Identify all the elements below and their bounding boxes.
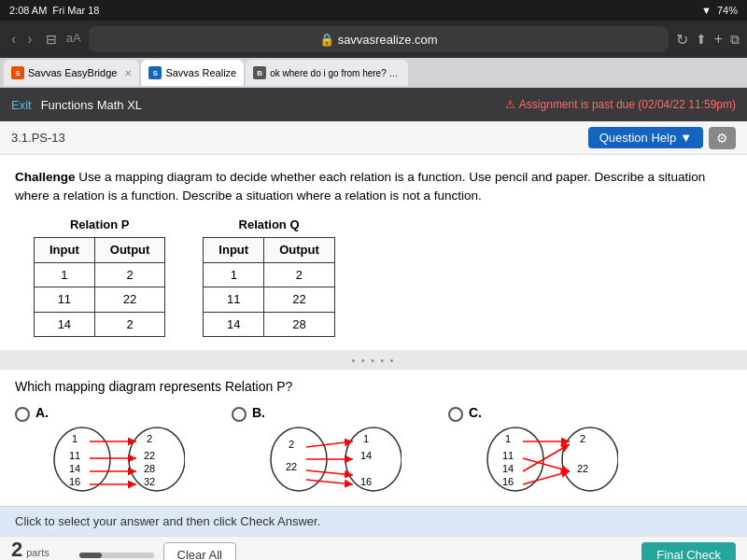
status-text: Click to select your answer and then cli… bbox=[15, 514, 320, 528]
diagram-c-svg: 1 11 14 16 2 22 bbox=[469, 424, 618, 494]
svg-text:14: 14 bbox=[69, 463, 80, 474]
svg-text:2: 2 bbox=[147, 433, 152, 444]
aa-button[interactable]: aA bbox=[66, 31, 81, 48]
tabs-icon[interactable]: ⧉ bbox=[730, 32, 740, 48]
answer-choices: A. 1 11 14 16 2 22 28 32 bbox=[0, 399, 747, 506]
choice-a[interactable]: A. 1 11 14 16 2 22 28 32 bbox=[15, 405, 185, 497]
diagram-b-svg: 2 22 1 14 16 bbox=[252, 424, 402, 494]
status-bar: 2:08 AM Fri Mar 18 ▼ 74% bbox=[0, 0, 747, 21]
svg-text:16: 16 bbox=[69, 476, 80, 487]
battery-display: 74% bbox=[717, 5, 738, 16]
svg-text:14: 14 bbox=[360, 450, 372, 461]
tab-easybridge[interactable]: S Savvas EasyBridge ✕ bbox=[4, 60, 139, 86]
table-row: 1 2 bbox=[204, 262, 334, 287]
cell: 22 bbox=[264, 287, 335, 313]
tab-realize-label: Savvas Realize bbox=[165, 67, 236, 78]
easybridge-favicon: S bbox=[11, 66, 24, 79]
parts-number: 2 bbox=[11, 538, 22, 560]
tab-realize[interactable]: S Savvas Realize bbox=[141, 60, 244, 86]
divider-dots: • • • • • bbox=[352, 356, 396, 366]
table-row: 14 2 bbox=[35, 312, 165, 337]
forward-nav-button[interactable]: › bbox=[23, 31, 35, 48]
cell: 2 bbox=[94, 312, 165, 337]
choice-c-label: C. bbox=[469, 405, 482, 420]
challenge-prefix: Challenge bbox=[15, 170, 76, 184]
cell: 14 bbox=[204, 312, 264, 337]
relation-p-header-output: Output bbox=[94, 238, 165, 263]
tab-easybridge-label: Savvas EasyBridge bbox=[28, 67, 117, 78]
relation-p-title: Relation P bbox=[34, 216, 165, 234]
exit-button[interactable]: Exit bbox=[11, 98, 32, 112]
question-help-button[interactable]: Question Help ▼ bbox=[588, 127, 703, 148]
parts-label: parts bbox=[26, 547, 71, 559]
final-check-button[interactable]: Final Check bbox=[641, 542, 736, 560]
progress-bar bbox=[79, 553, 154, 558]
svg-text:14: 14 bbox=[502, 463, 514, 474]
refresh-icon[interactable]: ↻ bbox=[676, 31, 688, 49]
address-bar[interactable]: 🔒 savvasrealize.com bbox=[89, 26, 669, 52]
browser-chrome: ‹ › ⊟ aA 🔒 savvasrealize.com ↻ ⬆ + ⧉ bbox=[0, 21, 747, 58]
question-content: Challenge Use a mapping diagram to decid… bbox=[0, 155, 747, 351]
svg-line-36 bbox=[523, 471, 570, 484]
cell: 1 bbox=[35, 262, 95, 287]
table-row: 11 22 bbox=[35, 287, 165, 313]
cell: 11 bbox=[204, 287, 264, 313]
svg-text:11: 11 bbox=[502, 450, 514, 461]
footer-toolbar: 2 parts remaining Clear All Final Check bbox=[0, 536, 747, 560]
table-row: 14 28 bbox=[204, 312, 334, 337]
relation-q-header-input: Input bbox=[204, 238, 264, 263]
section-header: 3.1.PS-13 Question Help ▼ ⚙ bbox=[0, 121, 747, 155]
table-row: 1 2 bbox=[35, 262, 165, 287]
tab-easybridge-close[interactable]: ✕ bbox=[124, 68, 132, 78]
add-tab-icon[interactable]: + bbox=[714, 31, 723, 48]
cell: 14 bbox=[35, 312, 95, 337]
relation-q-header-output: Output bbox=[264, 238, 335, 263]
relation-p-table: Relation P Input Output 1 2 11 22 bbox=[34, 216, 165, 338]
svg-text:1: 1 bbox=[505, 433, 511, 444]
relation-q-title: Relation Q bbox=[203, 216, 334, 234]
choice-c[interactable]: C. 1 11 14 16 2 22 bbox=[448, 405, 618, 497]
url-display: savvasrealize.com bbox=[338, 33, 438, 47]
settings-button[interactable]: ⚙ bbox=[709, 127, 736, 149]
svg-text:22: 22 bbox=[144, 450, 155, 461]
choice-a-content: A. 1 11 14 16 2 22 28 32 bbox=[35, 405, 185, 497]
radio-b[interactable] bbox=[232, 407, 247, 422]
svg-line-23 bbox=[306, 470, 353, 475]
choice-b[interactable]: B. 2 22 1 14 16 bbox=[232, 405, 402, 497]
cell: 2 bbox=[94, 262, 165, 287]
radio-a[interactable] bbox=[15, 407, 30, 422]
share-icon[interactable]: ⬆ bbox=[696, 32, 707, 47]
browser-tabs: S Savvas EasyBridge ✕ S Savvas Realize B… bbox=[0, 58, 747, 88]
question-label: Which mapping diagram represents Relatio… bbox=[15, 379, 292, 394]
svg-point-26 bbox=[562, 427, 618, 491]
svg-point-15 bbox=[345, 427, 402, 491]
tab-brainly[interactable]: B ok where do i go from here? - Brainly.… bbox=[246, 60, 408, 86]
clear-all-button[interactable]: Clear All bbox=[163, 542, 236, 560]
diagram-c: 1 11 14 16 2 22 bbox=[469, 424, 618, 497]
svg-text:22: 22 bbox=[286, 461, 297, 472]
lock-icon: 🔒 bbox=[319, 33, 334, 47]
date-display: Fri Mar 18 bbox=[52, 5, 99, 16]
diagram-a: 1 11 14 16 2 22 28 32 bbox=[35, 424, 185, 497]
choice-c-content: C. 1 11 14 16 2 22 bbox=[469, 405, 618, 497]
svg-text:11: 11 bbox=[69, 450, 80, 461]
cell: 2 bbox=[264, 262, 335, 287]
assignment-warning: ⚠ Assignment is past due (02/04/22 11:59… bbox=[505, 98, 736, 111]
browser-nav: ‹ › ⊟ aA bbox=[7, 31, 81, 48]
section-id: 3.1.PS-13 bbox=[11, 131, 65, 145]
svg-text:2: 2 bbox=[289, 439, 294, 450]
svg-text:16: 16 bbox=[360, 476, 372, 487]
back-nav-button[interactable]: ‹ bbox=[7, 31, 20, 48]
progress-fill bbox=[79, 553, 102, 558]
relation-q-table: Relation Q Input Output 1 2 11 22 bbox=[203, 216, 334, 338]
bottom-status: Click to select your answer and then cli… bbox=[0, 506, 747, 536]
section-divider: • • • • • bbox=[0, 351, 747, 370]
radio-c[interactable] bbox=[448, 407, 463, 422]
challenge-text: Use a mapping diagram to decide whether … bbox=[15, 170, 705, 203]
time-display: 2:08 AM bbox=[9, 5, 47, 16]
reader-button[interactable]: ⊟ bbox=[40, 31, 63, 48]
question-text: Which mapping diagram represents Relatio… bbox=[0, 370, 747, 399]
svg-text:22: 22 bbox=[577, 463, 588, 474]
cell: 11 bbox=[35, 287, 95, 313]
cell: 22 bbox=[94, 287, 165, 313]
